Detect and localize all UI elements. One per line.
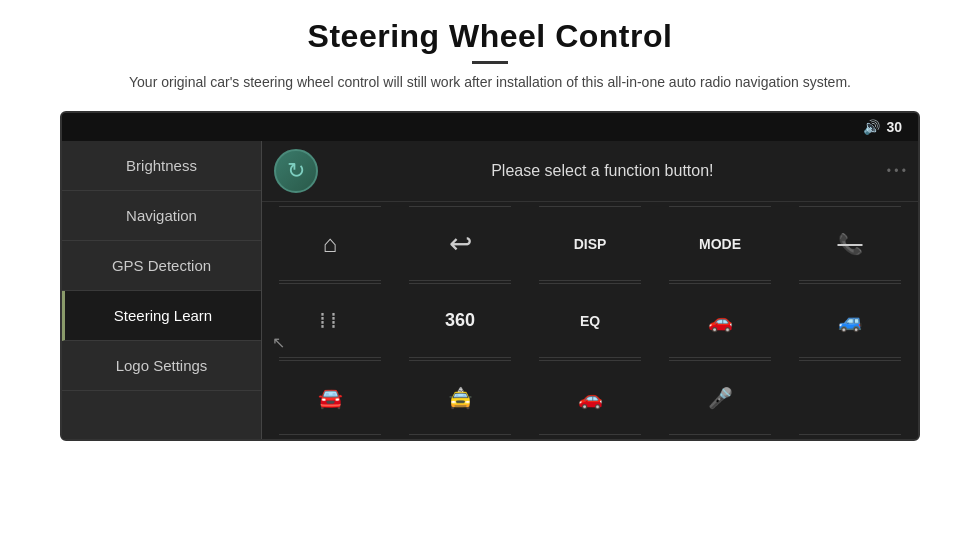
select-message: Please select a function button! (330, 162, 875, 180)
grid-cell-eq[interactable]: EQ (526, 283, 654, 358)
grid-cell-car-icon-2[interactable]: 🚙 (786, 283, 914, 358)
refresh-button[interactable]: ↻ (274, 149, 318, 193)
sidebar-item-logo[interactable]: Logo Settings (62, 341, 261, 391)
button-grid: ⌂ ↩ DISP MODE 📞 ⁞ (262, 202, 918, 439)
grid-cell-car3[interactable]: 🚘 (266, 360, 394, 435)
home-icon: ⌂ (323, 230, 338, 258)
car-rear-icon: 🚖 (448, 386, 473, 410)
refresh-icon: ↻ (287, 158, 305, 184)
eq-sliders-icon: ⁞⁞ (319, 308, 341, 334)
main-panel: ↻ Please select a function button! • • •… (262, 141, 918, 439)
grid-cell-car5[interactable]: 🚗 (526, 360, 654, 435)
volume-icon: 🔊 (863, 119, 880, 135)
sidebar-item-gps[interactable]: GPS Detection (62, 241, 261, 291)
grid-cell-360[interactable]: 360 (396, 283, 524, 358)
title-section: Steering Wheel Control Your original car… (129, 18, 851, 93)
title-divider (472, 61, 508, 64)
panel-top: ↻ Please select a function button! • • • (262, 141, 918, 202)
grid-cell-eq-sliders[interactable]: ⁞⁞ ↖ (266, 283, 394, 358)
grid-cell-car4[interactable]: 🚖 (396, 360, 524, 435)
device-frame: 🔊 30 Brightness Navigation GPS Detection… (60, 111, 920, 441)
car-front-icon: 🚘 (318, 386, 343, 410)
grid-cell-home[interactable]: ⌂ (266, 206, 394, 281)
back-icon: ↩ (449, 227, 472, 260)
360-label: 360 (445, 310, 475, 331)
grid-cell-mode[interactable]: MODE (656, 206, 784, 281)
grid-cell-car-icon-1[interactable]: 🚗 (656, 283, 784, 358)
cursor-icon: ↖ (272, 333, 285, 352)
subtitle: Your original car's steering wheel contr… (129, 72, 851, 93)
grid-cell-mic[interactable]: 🎤 (656, 360, 784, 435)
grid-cell-back[interactable]: ↩ (396, 206, 524, 281)
page-title: Steering Wheel Control (129, 18, 851, 55)
sidebar: Brightness Navigation GPS Detection Stee… (62, 141, 262, 439)
phone-off-icon: 📞 (838, 232, 863, 256)
mode-label: MODE (699, 236, 741, 252)
dots-indicator: • • • (887, 164, 906, 178)
volume-value: 30 (886, 119, 902, 135)
eq-label: EQ (580, 313, 600, 329)
car-dash-icon: 🚗 (708, 309, 733, 333)
car-top-icon: 🚗 (578, 386, 603, 410)
main-content: Brightness Navigation GPS Detection Stee… (62, 141, 918, 439)
grid-cell-disp[interactable]: DISP (526, 206, 654, 281)
disp-label: DISP (574, 236, 607, 252)
sidebar-item-navigation[interactable]: Navigation (62, 191, 261, 241)
mic-icon: 🎤 (708, 386, 733, 410)
car-side-icon: 🚙 (838, 309, 863, 333)
status-bar: 🔊 30 (62, 113, 918, 141)
page-wrapper: Steering Wheel Control Your original car… (0, 0, 980, 544)
grid-cell-phone-off[interactable]: 📞 (786, 206, 914, 281)
sidebar-item-steering[interactable]: Steering Learn (62, 291, 261, 341)
grid-cell-empty (786, 360, 914, 435)
sidebar-item-brightness[interactable]: Brightness (62, 141, 261, 191)
